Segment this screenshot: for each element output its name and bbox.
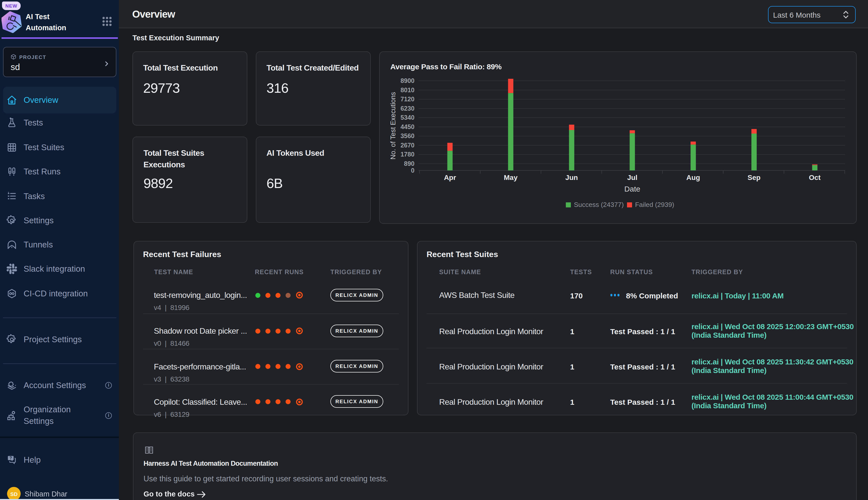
svg-text:8900: 8900	[400, 77, 414, 84]
svg-text:3560: 3560	[400, 132, 414, 139]
svg-text:Apr: Apr	[444, 173, 456, 181]
svg-text:8010: 8010	[400, 86, 414, 93]
svg-text:May: May	[504, 173, 518, 181]
svg-text:6230: 6230	[400, 105, 414, 112]
svg-text:Jul: Jul	[627, 173, 637, 181]
svg-text:0: 0	[411, 167, 414, 174]
svg-text:Failed (2939): Failed (2939)	[635, 201, 675, 208]
svg-text:2670: 2670	[400, 141, 414, 148]
svg-text:No. of Test Executions: No. of Test Executions	[389, 92, 397, 159]
svg-text:890: 890	[404, 160, 414, 167]
svg-text:Sep: Sep	[748, 173, 761, 181]
svg-text:7120: 7120	[400, 95, 414, 102]
svg-text:Oct: Oct	[809, 173, 821, 181]
svg-text:Aug: Aug	[687, 173, 700, 181]
svg-text:Jun: Jun	[565, 173, 578, 181]
svg-text:1780: 1780	[400, 150, 414, 158]
svg-text:Average Pass to Fail Ratio: 89: Average Pass to Fail Ratio: 89%	[390, 62, 502, 70]
svg-text:Success (24377): Success (24377)	[574, 201, 624, 208]
svg-text:4450: 4450	[400, 123, 414, 130]
svg-text:5340: 5340	[400, 114, 414, 121]
svg-text:Date: Date	[624, 184, 640, 193]
svg-text:?: ?	[10, 456, 12, 460]
